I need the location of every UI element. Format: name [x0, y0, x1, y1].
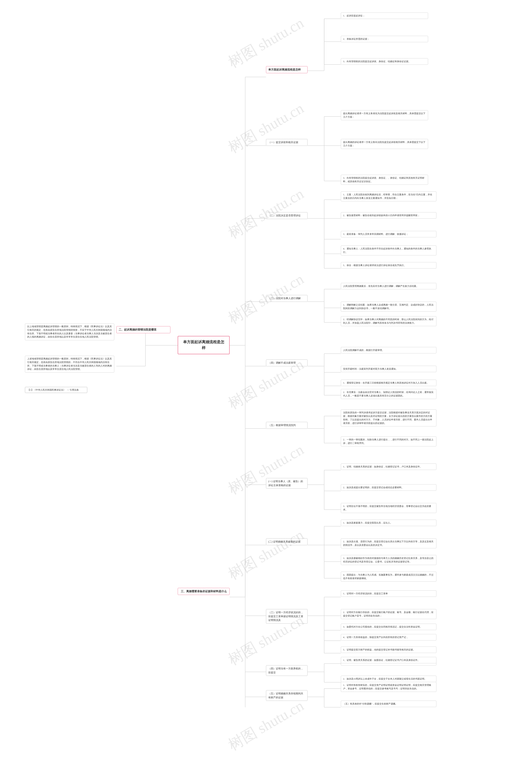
citation-arrow-button[interactable]: → 引用法条 [67, 388, 79, 391]
leaf-3-4-1: 1、证明、被告类关系的证据：如股份证，社婚登记证书户口本及身份证件。 [341, 657, 436, 663]
leaf-sub2-5: 5、保全：根据当事人诉讼请求依法进行诉讼保全或先予执行。 [341, 262, 436, 269]
leaf-sub1-2: 提出离婚的诉讼请求一方有义务向法院先提交起诉状相关材料，具体需提交下以下几个方面… [341, 139, 428, 149]
leaf-sub5-1: 法院依原告的一审判决请求起诉方提交证据，法院根据对被告事业关系方面决定的对证据，… [341, 409, 436, 426]
leaf-1-3: 3、向有管辖权的法院提交起诉状、身份证、结婚证和身份证证据。 [341, 58, 428, 65]
leaf-3-1-2: 2、如涉及或提出要证明的，应提交登记会或结证必要材料。 [341, 484, 436, 491]
section-2-text1: 以上地域管辖是离婚起诉管辖的一般原则，特殊情况下，根据《民事诉讼法》以及其它相关… [27, 325, 112, 338]
leaf-sub2-1: 1、立案：人民法院在收到离婚诉讼后，经审查，符合立案条件，应当在7日内立案，并在… [341, 191, 436, 202]
leaf-1-1: 1、起诉应提起诉讼； [341, 12, 428, 19]
leaf-3-2-3: 3、如涉及都被相好作为有的对接据的与单方人员的婚姻历史登记往来关系，及等涉及让的… [341, 555, 436, 565]
connector-lines [0, 0, 532, 768]
leaf-sub2-4: 4、通知当事人：人民法院在条件不符合起诉条件向当事人，通知的条件的当事人参照执行… [341, 246, 436, 256]
leaf-3-5-1: 1、证明对有权有财实的，应提交资产证明证明或资金证明证明证明，应提交相关管理账户… [341, 682, 436, 692]
leaf-3-2-2: 2、如涉及出逃、违背行为的，应提交登记会出具出当事以下方以外的方等，及及证及相关… [341, 538, 436, 548]
leaf-3-4-2: 2、如涉及10周岁以上未成年子女，应提交子女本人对跟随父或母生活的书面证明。 [341, 676, 436, 682]
sub-branch-5: （五）根据审理情况找判 [266, 422, 308, 429]
leaf-3-1-3: 3、证明住址不落不明的，应提交被告常住地当地经济居委会，登事登记会以交关处的要求… [341, 503, 436, 513]
leaf-sub3-1: 人民法院受理离婚案后，首先应对当事人进行调解，调解产生效力后结案。 [341, 283, 436, 289]
sub-branch-2: （二）法院决定是否受理诉讼 [266, 212, 308, 219]
branch-section3: 三、离婚需要准备的证据和材料是什么 [178, 588, 230, 595]
leaf-sub4-3: 1、通报登记身份：在开庭三日前根据相关规定当事人和其他诉讼对方加入人员出庭。 [341, 380, 436, 386]
sub-branch-3-5: （五）证明婚姻关系存续期间共有财产的证据 [266, 690, 308, 701]
leaf-3-3-3: 3、如委托对方在公司股份的，应提交合同相关情况记，提交合法性资金证明。 [341, 624, 436, 630]
leaf-3-2-4: 4、因因提出：与当事人与人民感、实施案事实为，通常参与家庭成员注注以婚姻的，不过… [341, 571, 436, 582]
leaf-sub4-2: 安排开庭时间：法庭宣判开庭对双方当事人发送通知。 [341, 366, 436, 372]
leaf-sub2-3: 3、庭前准备：审判人员常来常回调材料、进行调解、收缴诉讼； [341, 231, 436, 237]
leaf-3-3-4: 4、证明一方具有收益的，除提交资产以外的所有的登记资产记， [341, 634, 436, 641]
section-2-box1: 以上地域管辖是离婚起诉管辖的一般原则，特殊情况下，根据《民事诉讼法》以及其它相关… [25, 324, 114, 340]
citation-box[interactable]: 【1】《中华人民共和国民事诉讼法》 → 引用法条 [25, 387, 87, 393]
leaf-sub1-3: 3、向有管辖权的法院提交起诉状、身份证、、身份证、结婚证和其他有关证明材料，或其… [341, 175, 428, 185]
leaf-sub3-3: 2、经调解协议完毕：如果当事人对离婚的不同意的时候，那么人民法院依到的方为，给讨… [341, 316, 436, 326]
leaf-sub5-2: 2、一审的一审结案的，扣除当事人进行提出，，进行不同的对方。如不同上一级法院起上… [341, 436, 436, 446]
sub-branch-3-2: (二) 证明婚姻关系破裂的证据 [266, 538, 308, 545]
section-2-text2: 上述地域管辖是离婚起诉管辖的一般原则，特殊情况下，根据《民事诉讼法》以及其它相关… [27, 358, 112, 370]
branch-top-label: 单方面起诉离婚流程是怎样 [266, 66, 308, 73]
section-2-box2: 上述地域管辖是离婚起诉管辖的一般原则，特殊情况下，根据《民事诉讼法》以及其它相关… [25, 356, 114, 373]
leaf-3-3-2: 2、证明对方在银行存款的，应提交银行账户的证据、账号、及金额，银行证据在代理，应… [341, 609, 436, 619]
leaf-sub2-2: 2、被告接受材料：被告在收到起诉状副本的15日内申请答辩并提醒答辩状； [341, 212, 436, 219]
leaf-sub4-4: 2、补充事实：法庭会由法官对当事人、知情证人情况的时候，在询问证人之前，通常核实… [341, 389, 436, 399]
branch-section2: 二、起诉离婚的管辖法院是哪里 [116, 326, 170, 333]
main-title-text: 单方面起诉离婚流程是怎样 [183, 340, 224, 350]
sub-branch-3-4: （四）证明当有一方抚养权的，应提交 [266, 665, 308, 676]
sub-branch-1: （一）提交诉状和相关证据 [266, 139, 308, 146]
leaf-3-3-1: 1、证明对一方经济状况好的，应提交工资单 [341, 591, 436, 597]
leaf-sub3-2: 1、调解和解之后结案：如果当事人达成离婚一致分居、互相约定、达成好协议的，人民法… [341, 302, 436, 312]
leaf-sub4-1: 人民法院调解不成的，根据行开庭审理。 [341, 347, 436, 353]
leaf-3-2-1: 1、如涉及家庭暴力，应提交医院出具，证出人。 [341, 520, 436, 526]
main-node: 单方面起诉离婚流程是怎样 [178, 336, 230, 354]
leaf-sub1-1: 提出离婚诉讼请求一方有义务准先为法院提交起诉状及相关材料，具体需提交以下几个方面… [341, 110, 428, 120]
sub-branch-3-1: (一) 证明当事人（原、被告）的诉讼主体资格的证据 [266, 478, 308, 489]
sub-branch-3-3: （三）证明一方经济状况好的，应提交工资单据证明情况及工资证明情况及 [266, 609, 308, 624]
branch-top-text: 单方面起诉离婚流程是怎样 [268, 68, 301, 71]
leaf-3-5-2: （五）有具体的对"分割遗嘱"，应提交生前财产遗嘱。 [341, 701, 436, 707]
sub-branch-3: （三）法院对当事人进行调解 [266, 295, 308, 302]
leaf-1-2: 2、准备诉讼所需的证据； [341, 36, 428, 42]
leaf-3-3-5: 5、证明提交双方财产的权益，动的提交登记本书籍书籍等相关的证据。 [341, 647, 436, 653]
sub-branch-4: （四）调解不成法庭审理 [266, 359, 308, 366]
leaf-3-1-1: 1、证明、结婚条关系的证据：如身份证，社婚登记证书，户口本及身份证件。 [341, 463, 436, 470]
